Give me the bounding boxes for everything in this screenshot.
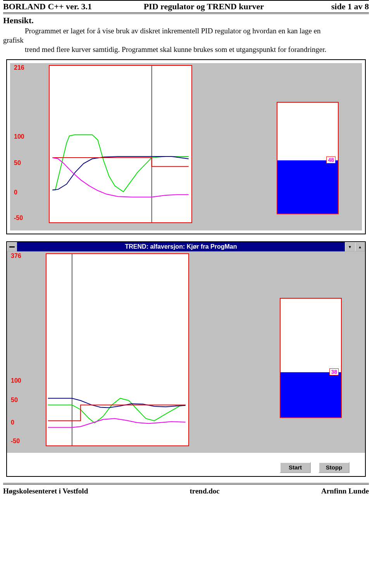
page-header: BORLAND C++ ver. 3.1 PID regulator og TR… [3, 0, 369, 14]
footer-left: Høgskolesenteret i Vestfold [3, 487, 88, 495]
section-title: Hensikt. [3, 15, 369, 26]
stop-button[interactable]: Stopp [319, 462, 350, 473]
footer-right: Arnfinn Lunde [321, 487, 369, 495]
system-menu-icon[interactable] [7, 242, 17, 251]
intro-line2: trend med flere kurver samtidig. Program… [25, 45, 369, 54]
tank-level-1: 48 [326, 156, 336, 163]
minimize-icon[interactable]: ▼ [345, 242, 355, 251]
header-center: PID regulator og TREND kurver [144, 2, 264, 12]
window-trend: TREND: alfaversjon: Kjør fra ProgMan ▼ ▲… [6, 241, 366, 477]
page-footer: Høgskolesenteret i Vestfold trend.doc Ar… [3, 483, 369, 500]
footer-center: trend.doc [189, 487, 219, 495]
intro-word: grafisk [3, 36, 369, 45]
plot-1 [49, 65, 192, 223]
window-title: TREND: alfaversjon: Kjør fra ProgMan [17, 242, 345, 251]
header-right: side 1 av 8 [331, 2, 369, 12]
tank-2: 38 [280, 298, 342, 418]
intro-line1: Programmet er laget for å vise bruk av d… [25, 26, 369, 36]
start-button[interactable]: Start [280, 462, 311, 473]
maximize-icon[interactable]: ▲ [355, 242, 365, 251]
header-left: BORLAND C++ ver. 3.1 [3, 2, 92, 12]
tank-level-2: 38 [329, 368, 339, 375]
figure-1: 216100500-50 48 [6, 59, 366, 234]
button-bar: Start Stopp [7, 459, 365, 476]
tank-1: 48 [277, 102, 339, 214]
intro-paragraph: Programmet er laget for å vise bruk av d… [3, 26, 369, 54]
plot-2 [46, 253, 189, 446]
